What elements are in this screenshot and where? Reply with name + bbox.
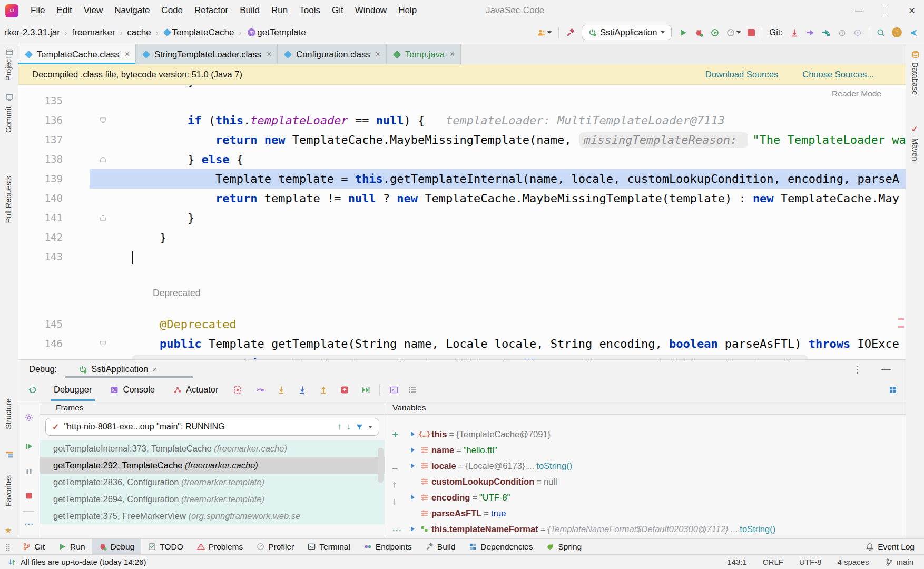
code-text[interactable]: return template != null ? new TemplateCa… <box>116 189 906 208</box>
step-into-icon[interactable] <box>277 385 286 394</box>
tool-window-button-todo[interactable]: TODO <box>141 539 190 554</box>
code-line[interactable]: Deprecated <box>18 282 906 302</box>
git-update-project-icon[interactable] <box>790 28 799 37</box>
run-with-coverage-icon[interactable] <box>710 28 719 37</box>
code-line[interactable]: 141 } <box>18 208 906 228</box>
menu-window[interactable]: Window <box>349 0 392 21</box>
code-text[interactable]: @Deprecated <box>116 315 906 334</box>
tool-window-stripe-commit[interactable]: Commit <box>4 106 13 133</box>
fold-marker-icon[interactable] <box>90 208 116 228</box>
tool-window-switcher-icon[interactable]: ⣿ <box>0 543 16 551</box>
run-configuration-select[interactable]: SstiApplication <box>582 25 672 40</box>
line-ending[interactable]: CRLF <box>763 557 783 566</box>
tool-window-stripe-pull-requests[interactable]: Pull Requests <box>4 176 13 223</box>
code-line[interactable]: 145 @Deprecated <box>18 315 906 334</box>
rollback-icon[interactable] <box>853 28 862 37</box>
remove-watch-icon[interactable]: − <box>392 463 398 475</box>
code-line[interactable]: 143 <box>18 247 906 267</box>
collaboration-users-icon[interactable] <box>537 28 552 37</box>
hide-library-frames-icon[interactable] <box>356 423 363 431</box>
tool-window-button-profiler[interactable]: Profiler <box>250 539 301 554</box>
code-line[interactable]: 140 return template != null ? new Templa… <box>18 189 906 208</box>
evaluate-expression-icon[interactable] <box>389 385 398 394</box>
move-watch-down-icon[interactable]: ↓ <box>392 496 397 507</box>
history-icon[interactable] <box>837 28 846 37</box>
tool-window-button-endpoints[interactable]: Endpoints <box>357 539 419 554</box>
breadcrumb-item-rker-2-3-31-jar[interactable]: rker-2.3.31.jar <box>4 27 60 38</box>
tool-window-button-dependencies[interactable]: Dependencies <box>462 539 539 554</box>
code-text[interactable]: } else { <box>116 150 906 169</box>
debugger-tab-actuator[interactable]: Actuator <box>170 378 221 401</box>
variable-row[interactable]: this.templateNameFormat={TemplateNameFor… <box>408 521 906 537</box>
menu-build[interactable]: Build <box>234 0 266 21</box>
hide-debug-panel-icon[interactable]: — <box>881 360 891 378</box>
stack-frame-row[interactable]: getTemplate:375, FreeMarkerView (org.spr… <box>40 507 385 524</box>
close-tab-icon[interactable]: × <box>125 50 130 59</box>
menu-navigate[interactable]: Navigate <box>109 0 155 21</box>
restore-layout-icon[interactable] <box>888 385 897 394</box>
tool-window-button-problems[interactable]: Problems <box>190 539 250 554</box>
tool-window-stripe-maven[interactable]: Maven <box>911 138 919 161</box>
close-window-icon[interactable]: ✕ <box>900 0 924 21</box>
more-watch-actions-icon[interactable]: ⋯ <box>392 524 402 536</box>
variable-row[interactable]: {…}this={TemplateCache@7091} <box>408 426 906 442</box>
profiler-button[interactable] <box>726 28 741 37</box>
close-tab-icon[interactable]: × <box>450 50 455 59</box>
expand-chevron-icon[interactable] <box>411 447 415 453</box>
pause-program-icon[interactable] <box>24 467 33 476</box>
code-text[interactable]: return new TemplateCache.MaybeMissingTem… <box>116 130 906 150</box>
code-line[interactable]: 136 if (this.templateLoader == null) { t… <box>18 111 906 130</box>
plugin-icon[interactable] <box>909 28 918 37</box>
ide-update-icon[interactable]: ↑ <box>892 27 902 37</box>
caret-position[interactable]: 143:1 <box>727 557 747 566</box>
menu-run[interactable]: Run <box>266 0 293 21</box>
menu-view[interactable]: View <box>78 0 109 21</box>
menu-help[interactable]: Help <box>392 0 422 21</box>
code-line[interactable]: 138 } else { <box>18 150 906 169</box>
tool-window-button-run[interactable]: Run <box>52 539 92 554</box>
move-watch-up-icon[interactable]: ↑ <box>392 479 397 490</box>
code-text[interactable] <box>116 91 906 111</box>
reader-mode-link[interactable]: Reader Mode <box>832 89 881 99</box>
stop-process-icon[interactable] <box>24 491 33 500</box>
git-push-icon[interactable] <box>805 28 814 37</box>
debug-options-icon[interactable]: ⋮ <box>853 360 862 378</box>
expand-chevron-icon[interactable] <box>411 431 415 437</box>
layout-settings-icon[interactable] <box>408 385 417 394</box>
stack-frame-row[interactable]: getTemplate:292, TemplateCache (freemark… <box>40 457 385 474</box>
menu-file[interactable]: File <box>25 0 51 21</box>
fold-marker-icon[interactable] <box>90 150 116 169</box>
thread-selector[interactable]: ✓"http-nio-8081-exe...oup "main": RUNNIN… <box>45 418 379 436</box>
run-button[interactable] <box>679 28 687 37</box>
show-execution-point-icon[interactable] <box>233 385 242 394</box>
code-line[interactable]: 147 return this.getTemplate(name, locale… <box>18 354 906 359</box>
banner-link-download-sources[interactable]: Download Sources <box>705 70 779 80</box>
favorites-star-icon[interactable]: ★ <box>5 526 12 535</box>
breadcrumb-item-gettemplate[interactable]: mgetTemplate <box>246 27 306 38</box>
build-project-icon[interactable] <box>566 28 575 37</box>
status-message[interactable]: All files are up-to-date (today 14:26) <box>21 557 146 566</box>
tool-window-button-spring[interactable]: Spring <box>539 539 588 554</box>
variable-row[interactable]: encoding="UTF-8" <box>408 489 906 505</box>
code-text[interactable]: } <box>116 228 906 247</box>
code-editor[interactable]: Reader Mode }135136 if (this.templateLoa… <box>18 85 906 359</box>
add-watch-icon[interactable]: + <box>392 428 398 441</box>
code-text[interactable]: Template template = this.getTemplateInte… <box>116 169 906 189</box>
code-text[interactable]: } <box>116 85 906 91</box>
execution-line[interactable]: 139 Template template = this.getTemplate… <box>18 169 906 189</box>
expand-chevron-icon[interactable] <box>411 526 415 532</box>
frame-up-icon[interactable]: ↑ <box>337 421 342 432</box>
breadcrumb-item-freemarker[interactable]: freemarker <box>72 27 115 38</box>
banner-link-choose-sources-[interactable]: Choose Sources... <box>802 70 874 80</box>
tool-window-stripe-database[interactable]: Database <box>911 62 919 95</box>
menu-refactor[interactable]: Refactor <box>189 0 234 21</box>
code-line[interactable]: 135 <box>18 91 906 111</box>
tool-window-stripe-structure[interactable]: Structure <box>4 398 13 429</box>
variable-row[interactable]: parseAsFTL=true <box>408 505 906 521</box>
run-to-cursor-icon[interactable] <box>361 385 370 394</box>
frames-scrollbar[interactable] <box>378 448 384 483</box>
close-tab-icon[interactable]: × <box>267 50 271 59</box>
resume-program-icon[interactable] <box>24 442 33 450</box>
menu-tools[interactable]: Tools <box>293 0 326 21</box>
stack-frame-row[interactable]: getTemplateInternal:373, TemplateCache (… <box>40 440 385 457</box>
